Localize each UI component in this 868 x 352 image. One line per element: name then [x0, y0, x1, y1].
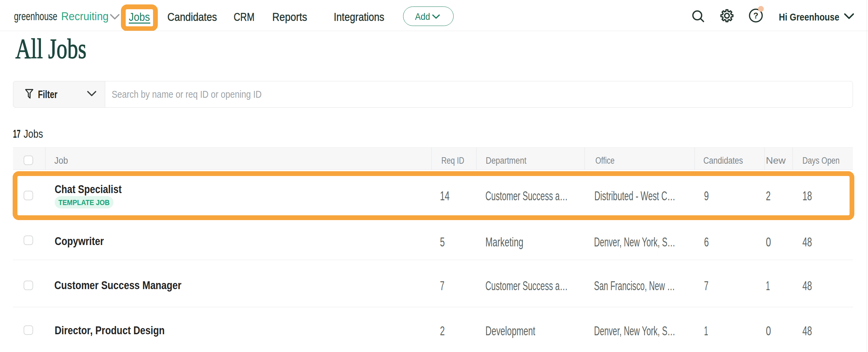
svg-text:Customer Success a…: Customer Success a…	[485, 189, 568, 203]
svg-text:1: 1	[704, 324, 708, 338]
svg-text:7: 7	[440, 279, 444, 293]
svg-text:17: 17	[13, 127, 20, 140]
svg-text:TEMPLATE JOB: TEMPLATE JOB	[58, 198, 110, 207]
svg-text:Office: Office	[595, 155, 615, 166]
svg-text:0: 0	[766, 324, 771, 338]
svg-text:9: 9	[704, 189, 709, 203]
svg-text:Denver, New York, S…: Denver, New York, S…	[594, 235, 675, 249]
svg-text:CRM: CRM	[234, 11, 254, 23]
svg-text:5: 5	[440, 235, 445, 249]
svg-text:6: 6	[704, 235, 709, 249]
svg-text:Hi Greenhouse: Hi Greenhouse	[779, 12, 839, 23]
svg-text:Jobs: Jobs	[129, 11, 150, 23]
svg-text:Days Open: Days Open	[802, 155, 840, 166]
svg-text:Job: Job	[54, 155, 68, 166]
svg-text:Add: Add	[415, 11, 430, 22]
svg-text:1: 1	[766, 279, 770, 293]
svg-text:0: 0	[766, 235, 771, 249]
svg-text:All Jobs: All Jobs	[15, 33, 86, 64]
svg-text:Reports: Reports	[272, 11, 307, 23]
svg-text:Director, Product Design: Director, Product Design	[55, 324, 165, 337]
svg-text:18: 18	[802, 189, 812, 203]
svg-text:2: 2	[440, 324, 445, 338]
svg-text:Distributed - West C…: Distributed - West C…	[594, 189, 675, 203]
svg-text:Filter: Filter	[38, 89, 57, 100]
svg-text:Req ID: Req ID	[441, 155, 464, 166]
svg-text:48: 48	[802, 324, 812, 338]
svg-text:7: 7	[704, 279, 708, 293]
svg-text:Marketing: Marketing	[485, 235, 523, 249]
svg-text:Customer Success a…: Customer Success a…	[485, 279, 568, 293]
svg-text:Customer Success Manager: Customer Success Manager	[54, 279, 181, 292]
svg-text:greenhouse: greenhouse	[14, 10, 57, 23]
svg-text:Integrations: Integrations	[334, 11, 384, 23]
svg-text:Jobs: Jobs	[24, 127, 43, 140]
svg-text:Department: Department	[486, 155, 526, 166]
svg-text:New: New	[766, 155, 786, 166]
svg-text:2: 2	[766, 189, 771, 203]
svg-text:Copywriter: Copywriter	[55, 235, 104, 247]
svg-text:Candidates: Candidates	[167, 11, 217, 23]
svg-text:Recruiting: Recruiting	[61, 10, 109, 23]
svg-text:14: 14	[440, 189, 450, 203]
svg-text:Development: Development	[485, 324, 535, 338]
svg-text:Denver, New York, S…: Denver, New York, S…	[594, 324, 675, 338]
svg-text:?: ?	[753, 11, 758, 20]
svg-text:48: 48	[802, 235, 812, 249]
svg-text:Search by name or req ID or op: Search by name or req ID or opening ID	[112, 89, 262, 100]
svg-text:Candidates: Candidates	[703, 155, 743, 166]
svg-text:San Francisco, New …: San Francisco, New …	[594, 279, 675, 293]
svg-text:48: 48	[802, 279, 812, 293]
